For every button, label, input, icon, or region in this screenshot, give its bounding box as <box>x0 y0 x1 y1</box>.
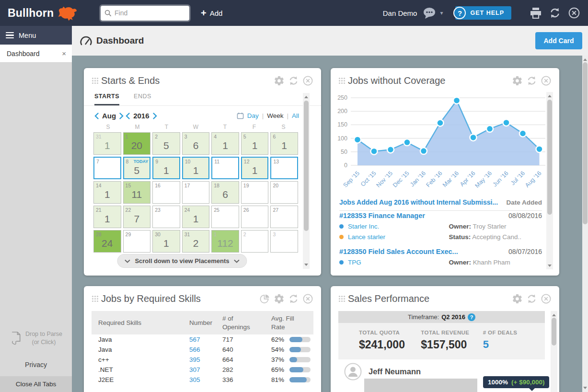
user-menu[interactable]: ▾ <box>423 7 443 19</box>
refresh-icon[interactable] <box>526 75 537 86</box>
pie-chart-icon[interactable] <box>259 293 270 304</box>
skill-number-link[interactable]: 566 <box>189 346 222 353</box>
gear-icon[interactable] <box>274 75 285 86</box>
coverage-list-title-link[interactable]: Jobs Added Aug 2016 without Internal Sub… <box>339 198 498 206</box>
calendar-day-cell[interactable]: 61 <box>270 132 298 155</box>
close-icon[interactable] <box>541 293 552 304</box>
sidebar-tab-dashboard[interactable]: Dashboard × <box>0 45 72 63</box>
calendar-day-cell[interactable]: 20 <box>270 181 298 204</box>
page-scrollbar[interactable] <box>582 56 588 392</box>
calendar-day-cell[interactable]: 25 <box>211 206 239 228</box>
gear-icon[interactable] <box>512 293 523 304</box>
tab-ends[interactable]: ENDS <box>134 93 151 105</box>
tab-starts[interactable]: STARTS <box>94 93 119 105</box>
refresh-icon[interactable] <box>526 293 537 304</box>
drop-to-parse[interactable]: Drop to Parse (or Click) <box>10 330 62 346</box>
next-year-icon[interactable] <box>153 113 157 119</box>
refresh-icon[interactable] <box>549 7 561 19</box>
refresh-icon[interactable] <box>288 293 299 304</box>
drag-grip-icon[interactable] <box>338 77 346 84</box>
record-link[interactable]: Starler Inc. <box>348 223 379 230</box>
help-question-icon[interactable]: ? <box>468 313 475 321</box>
calendar-day-cell[interactable]: 7 <box>93 157 121 179</box>
calendar-day-cell[interactable]: 8TODAY5 <box>123 157 151 179</box>
tab-close-icon[interactable]: × <box>62 49 66 58</box>
scrollbar-thumb[interactable] <box>304 101 309 231</box>
record-link[interactable]: TPG <box>348 259 361 266</box>
scroll-placements-pill[interactable]: Scroll down to view Placements <box>117 254 247 268</box>
card-scrollbar[interactable] <box>551 311 557 392</box>
calendar-day-cell[interactable]: 25 <box>152 132 180 155</box>
get-help-button[interactable]: ? GET HELP <box>455 6 511 20</box>
calendar-day-cell[interactable]: 91 <box>152 157 180 179</box>
scrollbar-thumb[interactable] <box>583 62 588 224</box>
calendar-day-cell[interactable]: 29 <box>123 230 151 253</box>
calendar-day-cell[interactable]: 13 <box>270 157 298 179</box>
calendar-day-cell[interactable]: 301 <box>152 230 180 253</box>
calendar-day-cell[interactable]: 311 <box>93 132 121 155</box>
search-input[interactable] <box>115 9 185 17</box>
close-icon[interactable] <box>541 75 552 86</box>
refresh-icon[interactable] <box>288 75 299 86</box>
calendar-day-cell[interactable]: 2824 <box>93 230 121 253</box>
calendar-day-cell[interactable]: 101 <box>182 157 210 179</box>
brand-logo[interactable]: Bullhorn <box>8 5 95 21</box>
record-link[interactable]: Lance starler <box>348 233 385 241</box>
calendar-day-cell[interactable]: 121 <box>241 157 269 179</box>
scroll-up-arrow[interactable] <box>583 58 587 61</box>
close-icon[interactable] <box>302 293 313 304</box>
card-scrollbar[interactable] <box>303 93 310 269</box>
gear-icon[interactable] <box>512 75 523 86</box>
calendar-day-cell[interactable]: 141 <box>93 181 121 204</box>
drag-grip-icon[interactable] <box>92 77 99 84</box>
view-day-link[interactable]: Day <box>247 112 259 119</box>
menu-button[interactable]: Menu <box>0 26 72 45</box>
next-month-icon[interactable] <box>119 113 124 119</box>
calendar-day-cell[interactable]: 36 <box>182 132 210 155</box>
close-all-tabs-button[interactable]: Close All Tabs <box>0 376 72 392</box>
calendar-day-cell[interactable]: 51 <box>241 132 269 155</box>
skill-number-link[interactable]: 395 <box>189 356 222 363</box>
print-icon[interactable] <box>530 7 542 19</box>
skill-number-link[interactable]: 305 <box>189 376 222 383</box>
calendar-day-cell[interactable]: 19 <box>241 181 269 204</box>
gear-icon[interactable] <box>274 293 285 304</box>
calendar-day-cell[interactable]: 186 <box>211 181 239 204</box>
user-name[interactable]: Dan Demo <box>383 9 417 17</box>
calendar-day-cell[interactable]: 1112 <box>211 230 239 253</box>
calendar-day-cell[interactable]: 41 <box>211 132 239 155</box>
calendar-day-cell[interactable]: 120 <box>123 132 151 155</box>
calendar-day-cell[interactable]: 16 <box>152 181 180 204</box>
calendar-day-cell[interactable]: 3 <box>270 230 298 253</box>
drag-grip-icon[interactable] <box>338 295 346 302</box>
prev-year-icon[interactable] <box>126 113 130 119</box>
skill-number-link[interactable]: 307 <box>189 366 222 373</box>
calendar-day-cell[interactable]: 23 <box>152 206 180 228</box>
privacy-link[interactable]: Privacy <box>25 361 47 369</box>
stat-value[interactable]: 5 <box>483 338 545 351</box>
close-icon[interactable] <box>302 75 313 86</box>
calendar-day-cell[interactable]: 26 <box>241 206 269 228</box>
calendar-day-cell[interactable]: 211 <box>93 206 121 228</box>
scrollbar-thumb[interactable] <box>547 100 552 215</box>
job-title-link[interactable]: #128353 Finance Manager <box>339 212 425 219</box>
skill-number-link[interactable]: 567 <box>189 336 222 343</box>
scrollbar-thumb[interactable] <box>552 318 556 346</box>
close-icon[interactable] <box>568 7 580 19</box>
calendar-day-cell[interactable]: 17 <box>182 181 210 204</box>
calendar-day-cell[interactable]: 2 <box>241 230 269 253</box>
sales-rep-row[interactable]: Jeff Neumann <box>344 363 421 380</box>
calendar-day-cell[interactable]: 27 <box>270 206 298 228</box>
job-title-link[interactable]: #128350 Field Sales Account Exec... <box>339 248 458 255</box>
calendar-day-cell[interactable]: 227 <box>123 206 151 228</box>
view-week-link[interactable]: Week <box>267 112 283 119</box>
view-all-link[interactable]: All <box>292 112 299 119</box>
scroll-down-arrow[interactable] <box>583 387 587 389</box>
drag-grip-icon[interactable] <box>92 295 99 302</box>
add-button[interactable]: + Add <box>201 8 222 18</box>
calendar-day-cell[interactable]: 312 <box>182 230 210 253</box>
global-search[interactable] <box>101 6 189 21</box>
add-card-button[interactable]: Add Card <box>535 32 582 49</box>
calendar-day-cell[interactable]: 241 <box>182 206 210 228</box>
prev-month-icon[interactable] <box>94 113 99 119</box>
